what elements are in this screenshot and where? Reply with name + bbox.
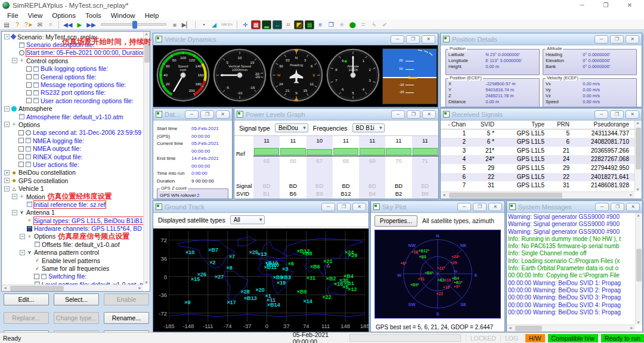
playback-slider[interactable] (101, 23, 166, 26)
menu-view[interactable]: View (23, 12, 48, 19)
ground-track-view-icon[interactable]: ▂ (262, 20, 271, 29)
minimize-button[interactable] (595, 203, 609, 211)
menu-file[interactable]: File (2, 12, 23, 19)
tree-item[interactable]: +BeiDou constellation (2, 169, 143, 177)
tree-item[interactable]: RS232 port options file: (2, 89, 143, 97)
tree-item[interactable]: Initial reference file: sz.ref (2, 200, 143, 208)
tree-expander-icon[interactable]: − (4, 186, 10, 191)
tree-expander-icon[interactable]: − (12, 58, 17, 63)
tree-item[interactable]: Same for all frequencies (2, 264, 143, 272)
window-minimize-button[interactable]: ─ (570, 0, 594, 11)
tree-item[interactable]: Start time: 05-Feb-2021 00:00:00, Durati… (2, 49, 143, 57)
pin-icon[interactable]: ⬤ (348, 20, 357, 29)
ramp-icon[interactable]: ◢ (209, 20, 219, 29)
close-button[interactable] (488, 203, 502, 211)
restore-button[interactable] (337, 203, 351, 211)
restore-button[interactable] (406, 35, 420, 44)
tree-checkbox[interactable] (26, 98, 32, 103)
tree-item[interactable]: NMEA output file: (2, 144, 143, 152)
frequencies-dropdown[interactable]: BD B1i (352, 123, 385, 132)
fix-view-icon[interactable]: ✛ (240, 20, 250, 29)
tree-checkbox[interactable] (26, 74, 32, 79)
restore-button[interactable] (407, 110, 420, 119)
power-view-icon[interactable]: ▦ (251, 20, 261, 29)
tree-item[interactable]: Leap second at: 31-Dec-2006 23:59:59 (2, 129, 143, 137)
tree-expander-icon[interactable]: − (12, 210, 17, 215)
restore-button[interactable] (200, 110, 214, 119)
messages-horizontal-scrollbar[interactable] (507, 325, 635, 332)
properties-button[interactable]: Properties... (374, 215, 417, 227)
column-header[interactable]: PRN (549, 120, 574, 129)
tree-horizontal-scrollbar[interactable] (2, 285, 143, 291)
messages-vertical-scrollbar[interactable] (635, 213, 642, 325)
levels-icon[interactable]: ⌗ (46, 20, 55, 29)
table-row[interactable]: 26 *GPS L1L5624082081.710 (441, 138, 634, 147)
messages-view-icon[interactable]: ≡ (315, 20, 325, 29)
tree-expander-icon[interactable]: − (4, 122, 10, 127)
tree-item[interactable]: Enable level patterns (2, 257, 143, 264)
tree-expander-icon[interactable]: + (4, 170, 10, 175)
column-header[interactable]: SVID (470, 120, 499, 129)
tree-checkbox[interactable] (34, 274, 39, 279)
tree-item[interactable]: Switching file: (2, 273, 143, 280)
antenna-view-icon[interactable]: JJ (283, 20, 293, 29)
tree-checkbox[interactable] (18, 154, 24, 159)
vehicle-dynamics-titlebar[interactable]: Vehicle Dynamics (153, 33, 438, 45)
minimize-button[interactable] (391, 35, 404, 44)
close-button[interactable] (422, 110, 436, 119)
stop-button[interactable]: ■ (170, 20, 179, 29)
column-header[interactable]: Pseudorange (574, 120, 634, 129)
tree-item[interactable]: Signal types: GPS L1L5, BeiDou B1iB1c (2, 217, 143, 224)
window-close-button[interactable]: ✕ (618, 0, 642, 11)
close-button[interactable] (216, 110, 230, 119)
tree-item[interactable]: RINEX output file: (2, 153, 143, 160)
received-signals-titlebar[interactable]: Received Signals (441, 109, 642, 120)
minimize-button[interactable] (457, 203, 471, 211)
tree-expander-icon[interactable]: − (4, 106, 10, 112)
tree-checkbox[interactable] (26, 90, 32, 95)
tree-checkbox[interactable] (18, 130, 24, 135)
windows-view-icon[interactable]: ❐ (326, 20, 336, 29)
tick-icon[interactable]: ✔ (380, 20, 389, 29)
help-icon[interactable]: ? (13, 20, 22, 29)
power-levels-titlebar[interactable]: Power Levels Graph (234, 109, 438, 120)
restore-button[interactable] (610, 35, 624, 44)
position-details-titlebar[interactable]: Position Details (441, 33, 642, 45)
tree-checkbox[interactable] (18, 138, 24, 143)
print-icon[interactable]: ▤ (2, 20, 11, 29)
nmea-icon[interactable]: NM EA (220, 20, 234, 29)
tree-item[interactable]: Message reporting options file: (2, 81, 143, 88)
table-row[interactable]: 15 *GPS L1L5524311344.737 (441, 129, 634, 138)
tree-item[interactable]: Atmosphere file: default_v1-10.atm (2, 113, 143, 120)
system-messages-titlebar[interactable]: System Messages (507, 201, 642, 213)
tree-item[interactable]: −Motion仿真位置经纬度设置 (2, 193, 143, 200)
tree-checkbox[interactable] (18, 146, 24, 152)
column-header[interactable]: ˄Chan (441, 120, 470, 129)
close-button[interactable] (626, 110, 639, 119)
window-restore-button[interactable]: ❐ (594, 0, 618, 11)
tree-vertical-scrollbar[interactable] (143, 32, 150, 285)
rename-button[interactable]: Rename... (104, 312, 149, 324)
restore-button[interactable] (611, 203, 624, 211)
satellite-types-dropdown[interactable]: All (230, 215, 265, 224)
table-row[interactable]: 321*GPS L1L52120365957.266 (441, 147, 634, 156)
signal-type-dropdown[interactable]: BeiDou (275, 123, 308, 132)
minimize-button[interactable] (391, 110, 405, 119)
column-header[interactable]: Type (499, 120, 549, 129)
table-row[interactable]: 529GPS L1L52922794492.950 (441, 164, 634, 173)
tree-item[interactable]: Bulk logging options file: (2, 65, 143, 73)
tree-item[interactable]: Level pattern file: default_v1-0.ant_pat (2, 280, 143, 285)
menu-help[interactable]: Help (140, 12, 164, 19)
tree-item[interactable]: +GPS constellation (2, 177, 143, 184)
clock-icon[interactable]: ◔ (199, 20, 208, 29)
select-button[interactable]: Select... (54, 293, 99, 305)
restore-button[interactable] (610, 110, 624, 119)
tree-item[interactable]: −Antenna pattern control (2, 249, 143, 257)
graph-view-icon[interactable]: ↔ (273, 20, 282, 29)
close-button[interactable] (422, 35, 435, 44)
table-row[interactable]: 731GPS L1L53121486081.928 (441, 181, 634, 190)
table-row[interactable]: 424*GPS L1L52422827267.068 (441, 155, 634, 164)
tree-checkbox[interactable] (18, 162, 24, 167)
close-button[interactable] (352, 203, 366, 211)
received-horizontal-scrollbar[interactable] (441, 191, 634, 199)
